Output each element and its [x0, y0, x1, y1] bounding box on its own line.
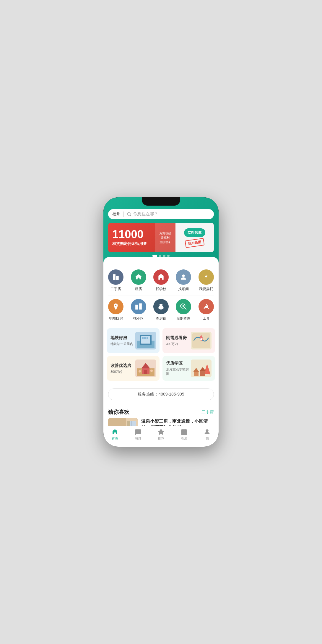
improve-card-text: 改善优选房 300万起 [110, 363, 131, 374]
dot-1[interactable] [152, 255, 157, 257]
nav-icon-message [134, 428, 142, 435]
limited-badge: 限时领用 [185, 238, 205, 248]
svg-rect-3 [116, 276, 119, 280]
svg-rect-30 [147, 337, 148, 339]
nav-icon-recommend [157, 428, 165, 435]
hotline-section: 服务热线：4009-185-905 [103, 384, 219, 404]
chat-icon [134, 428, 142, 435]
profile-person-icon [204, 428, 211, 435]
bottom-nav: 首页 消息 推荐 [103, 426, 219, 447]
claim-button[interactable]: 立即领取 [184, 228, 205, 237]
search-icon [127, 212, 131, 217]
feature-card-improve[interactable]: 改善优选房 300万起 [107, 356, 160, 381]
menu-item-rent[interactable]: ¥ 租房 [128, 269, 148, 292]
rent-icon-bg: ¥ [131, 269, 146, 285]
essential-card-subtitle: 300万内 [166, 342, 187, 346]
menu-item-tools[interactable]: 工具 [196, 299, 216, 321]
nav-item-profile[interactable]: 我 [196, 428, 219, 441]
svg-point-0 [128, 213, 130, 215]
banner[interactable]: 11000 租赁购房佣金抵用券 免费领超级福利 注册/登录 立即领取 限时领用 [108, 223, 214, 252]
dot-2[interactable] [159, 255, 161, 257]
improve-card-image [135, 360, 156, 377]
consultant-icon-bg [176, 269, 191, 285]
menu-item-second-hand[interactable]: 二手房 [106, 269, 126, 292]
dot-4[interactable] [167, 255, 170, 257]
feature-card-subway[interactable]: 地铁好房 地铁站一公里内 [107, 328, 160, 353]
consultant-label: 找顾问 [178, 287, 189, 292]
recommend-section-title: 猜你喜欢 二手房 [103, 404, 219, 418]
essential-card-title: 刚需必看房 [166, 335, 187, 341]
hotline-box[interactable]: 服务热线：4009-185-905 [108, 388, 214, 400]
banner-dots [108, 255, 214, 257]
essential-card-text: 刚需必看房 300万内 [166, 335, 187, 346]
menu-item-school[interactable]: 找学校 [151, 269, 171, 292]
menu-item-query[interactable]: 后期查询 [173, 299, 193, 321]
svg-rect-16 [136, 306, 137, 306]
subway-card-image [135, 332, 156, 349]
svg-rect-7 [117, 277, 118, 277]
svg-point-23 [182, 305, 184, 307]
svg-text:¥: ¥ [160, 306, 161, 308]
search-placeholder: 你想住在哪？ [133, 212, 158, 217]
improve-image-svg [135, 360, 156, 377]
nav-icon-home [111, 428, 118, 435]
school-district-card-text: 优质学区 划片重点学校房源 [166, 361, 191, 376]
second-hand-icon-bg [108, 269, 123, 285]
nav-item-house-tour[interactable]: 看房 [173, 428, 196, 441]
school-icon-bg [153, 269, 169, 285]
svg-rect-29 [144, 337, 146, 339]
subway-card-subtitle: 地铁站一公里内 [110, 342, 133, 346]
search-bar[interactable]: 福州 你想住在哪？ [108, 209, 214, 219]
second-hand-label: 二手房 [110, 287, 121, 292]
menu-item-entrust[interactable]: 我要委托 [196, 269, 216, 292]
community-label: 找小区 [133, 316, 144, 321]
house-icon [157, 273, 165, 281]
svg-rect-4 [114, 275, 115, 276]
entrust-icon-bg [199, 269, 214, 285]
svg-rect-15 [139, 303, 142, 310]
improve-card-subtitle: 300万起 [110, 370, 131, 374]
recommend-title: 猜你喜欢 [108, 409, 129, 416]
entrust-label: 我要委托 [199, 287, 213, 292]
map-pin-icon [112, 303, 120, 310]
person-icon [180, 273, 187, 281]
nav-item-recommend[interactable]: 推荐 [149, 428, 173, 441]
dot-3[interactable] [163, 255, 165, 257]
banner-right: 立即领取 限时领用 [175, 223, 214, 252]
menu-item-community[interactable]: 找小区 [128, 299, 148, 321]
subway-card-title: 地铁好房 [110, 335, 133, 341]
query-icon-bg [176, 299, 191, 314]
nav-label-recommend: 推荐 [158, 436, 164, 441]
building-icon [112, 273, 120, 281]
menu-item-price[interactable]: ¥ 查房价 [151, 299, 171, 321]
nav-icon-house-tour [180, 428, 188, 435]
svg-rect-56 [181, 430, 187, 435]
query-label: 后期查询 [176, 316, 191, 321]
feature-card-essential[interactable]: 刚需必看房 300万内 [162, 328, 215, 353]
tools-icon-bg [199, 299, 214, 314]
nav-item-message[interactable]: 消息 [126, 428, 149, 441]
home-icon [111, 428, 118, 435]
svg-rect-46 [200, 371, 205, 376]
essential-image-svg [191, 332, 212, 349]
tools-label: 工具 [203, 316, 210, 321]
banner-amount: 11000 [112, 229, 148, 240]
subway-card-text: 地铁好房 地铁站一公里内 [110, 335, 133, 346]
phone-notch [142, 197, 180, 206]
svg-rect-5 [114, 277, 115, 277]
feature-card-school-district[interactable]: 优质学区 划片重点学校房源 [162, 356, 215, 381]
search-input-area[interactable]: 你想住在哪？ [127, 212, 210, 217]
menu-item-map[interactable]: 地图找房 [106, 299, 126, 321]
community-icon-bg [131, 299, 146, 314]
svg-point-21 [181, 304, 185, 308]
menu-item-consultant[interactable]: 找顾问 [173, 269, 193, 292]
search-circle-icon [180, 303, 187, 310]
money-bag-icon: ¥ [157, 303, 165, 310]
nav-icon-profile [204, 428, 211, 435]
buildings-icon [135, 303, 142, 310]
svg-rect-39 [144, 370, 147, 374]
recommend-link[interactable]: 二手房 [201, 409, 214, 415]
nav-item-home[interactable]: 首页 [103, 428, 126, 441]
svg-rect-28 [142, 337, 144, 339]
school-district-card-title: 优质学区 [166, 361, 191, 366]
